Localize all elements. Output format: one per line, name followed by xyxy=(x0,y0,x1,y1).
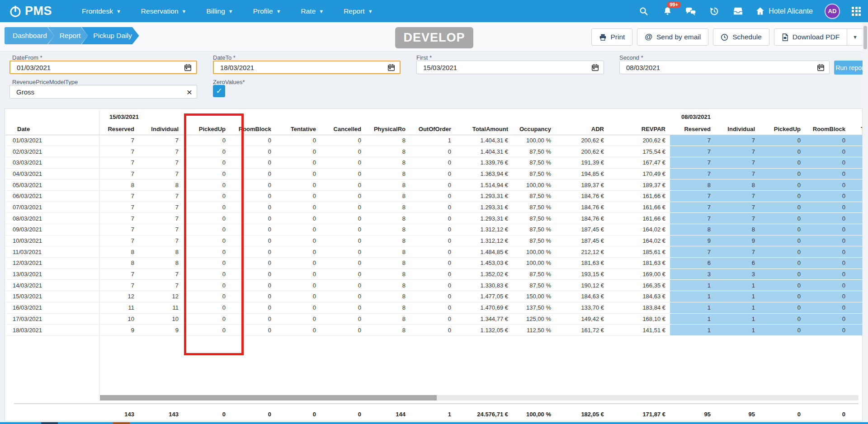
value-cell: 8 xyxy=(366,313,410,325)
table-body: 01/03/2021770000811.404,31 €100,00 %200,… xyxy=(5,135,862,335)
value-cell: 8 xyxy=(366,291,410,302)
menu-frontdesk[interactable]: Frontdesk▼ xyxy=(74,4,129,19)
chevron-down-icon: ▼ xyxy=(182,9,187,14)
value-cell: 7 xyxy=(99,157,139,168)
column-header: Occupancy xyxy=(513,123,556,135)
first-date-input[interactable]: 15/03/2021 xyxy=(416,61,604,74)
zero-values-checkbox[interactable]: ✓ xyxy=(213,85,225,97)
history-icon[interactable] xyxy=(708,5,720,17)
download-pdf-label: Download PDF xyxy=(793,33,840,41)
schedule-button[interactable]: Schedule xyxy=(713,28,769,46)
value-cell: 0 xyxy=(183,190,230,202)
date-cell: 15/03/2021 xyxy=(5,291,99,302)
value-cell: 1.312,12 € xyxy=(456,224,513,236)
navbar-right: 99+ Hotel Alicante AD xyxy=(638,4,861,19)
notifications-bell-icon[interactable]: 99+ xyxy=(661,5,673,17)
breadcrumb: Dashboard Report Pickup Daily xyxy=(5,27,139,44)
chat-icon[interactable] xyxy=(685,5,697,17)
date-from-input[interactable]: 01/03/2021 xyxy=(9,61,197,74)
value-cell: 0 xyxy=(321,235,366,246)
value-cell: 0 xyxy=(183,213,230,224)
value-cell: 0 xyxy=(805,246,850,258)
value-cell: 0 xyxy=(230,179,276,191)
value-cell: 87,50 % xyxy=(513,213,556,224)
search-icon[interactable] xyxy=(638,5,650,17)
menu-label: Frontdesk xyxy=(82,7,113,15)
breadcrumb-pickup-daily[interactable]: Pickup Daily xyxy=(81,27,139,44)
value-cell: 8 xyxy=(366,224,410,236)
value-cell: 0 xyxy=(276,291,321,302)
value-cell: 7 xyxy=(670,190,715,202)
hotel-selector[interactable]: Hotel Alicante xyxy=(755,6,813,16)
menu-reservation[interactable]: Reservation▼ xyxy=(133,4,195,19)
print-button[interactable]: Print xyxy=(591,28,633,46)
value-cell: 0 xyxy=(230,146,276,157)
horizontal-scrollbar-thumb[interactable] xyxy=(100,395,437,400)
download-options-caret[interactable]: ▼ xyxy=(847,28,863,46)
menu-report[interactable]: Report▼ xyxy=(335,4,381,19)
second-date-input[interactable]: 08/03/2021 xyxy=(619,61,830,74)
value-cell: 100,00 % xyxy=(513,258,556,269)
value-cell: 1 xyxy=(715,313,760,325)
calendar-icon[interactable] xyxy=(387,64,395,71)
download-pdf-button[interactable]: Download PDF xyxy=(774,28,847,46)
value-cell: 0 xyxy=(276,213,321,224)
value-cell: 0 xyxy=(805,302,850,313)
pickup-daily-table: DateReservedIndividualPickedUpRoomBlockT… xyxy=(5,123,862,336)
menu-rate[interactable]: Rate▼ xyxy=(293,4,332,19)
clear-icon[interactable]: × xyxy=(187,87,192,97)
pms-logo[interactable]: PMS xyxy=(9,4,52,18)
value-cell: 1.453,03 € xyxy=(456,258,513,269)
chevron-down-icon: ▼ xyxy=(853,34,858,40)
value-cell: 11 xyxy=(99,302,139,313)
value-cell: 169,00 € xyxy=(609,269,670,280)
value-cell: 0 xyxy=(321,190,366,202)
column-header: Reserved xyxy=(99,123,139,135)
horizontal-scrollbar[interactable] xyxy=(100,395,859,400)
value-cell: 190,12 € xyxy=(556,280,609,291)
value-cell: 0 xyxy=(183,258,230,269)
value-cell: 200,62 € xyxy=(609,135,670,146)
breadcrumb-dashboard[interactable]: Dashboard xyxy=(5,27,54,44)
apps-grid-icon[interactable] xyxy=(852,7,861,16)
user-avatar[interactable]: AD xyxy=(825,4,840,19)
value-cell: 149,42 € xyxy=(556,313,609,325)
value-cell: 168,10 € xyxy=(609,313,670,325)
vertical-scrollbar[interactable] xyxy=(863,22,868,424)
vertical-scrollbar-thumb[interactable] xyxy=(863,26,867,49)
calendar-icon[interactable] xyxy=(591,64,599,71)
value-cell: 8 xyxy=(366,246,410,258)
schedule-label: Schedule xyxy=(732,33,762,41)
date-to-input[interactable]: 18/03/2021 xyxy=(213,61,401,74)
inbox-tray-icon[interactable] xyxy=(732,5,744,17)
value-cell: 161,66 € xyxy=(609,190,670,202)
revenue-price-model-type-input[interactable]: Gross × xyxy=(9,85,197,99)
value-cell: 0 xyxy=(805,291,850,302)
send-by-email-button[interactable]: @ Send by email xyxy=(637,28,708,46)
value-cell: 8 xyxy=(366,202,410,213)
value-cell: 7 xyxy=(139,213,183,224)
table-row: 17/03/202110100000801.344,77 €125,00 %14… xyxy=(5,313,862,325)
home-icon xyxy=(755,6,765,16)
calendar-icon[interactable] xyxy=(184,64,192,71)
total-cell: 95 xyxy=(715,406,760,422)
table-row: 14/03/2021770000801.330,83 €87,50 %190,1… xyxy=(5,280,862,291)
value-cell: 7 xyxy=(670,135,715,146)
calendar-icon[interactable] xyxy=(817,64,825,71)
column-header: Tentative xyxy=(276,123,321,135)
value-cell: 0 xyxy=(183,280,230,291)
value-cell: 87,50 % xyxy=(513,168,556,179)
table-header-row: DateReservedIndividualPickedUpRoomBlockT… xyxy=(5,123,862,135)
value-cell: 1.132,05 € xyxy=(456,325,513,336)
menu-profile[interactable]: Profile▼ xyxy=(245,4,289,19)
column-header: ADR xyxy=(556,123,609,135)
value-cell: 9 xyxy=(139,325,183,336)
value-cell: 7 xyxy=(715,190,760,202)
value-cell: 1.293,31 € xyxy=(456,202,513,213)
menu-billing[interactable]: Billing▼ xyxy=(198,4,241,19)
total-cell: 0 xyxy=(760,406,805,422)
value-cell: 187,45 € xyxy=(556,224,609,236)
value-cell-clipped xyxy=(850,168,862,179)
value-cell: 181,63 € xyxy=(609,258,670,269)
column-header: Date xyxy=(5,123,99,135)
